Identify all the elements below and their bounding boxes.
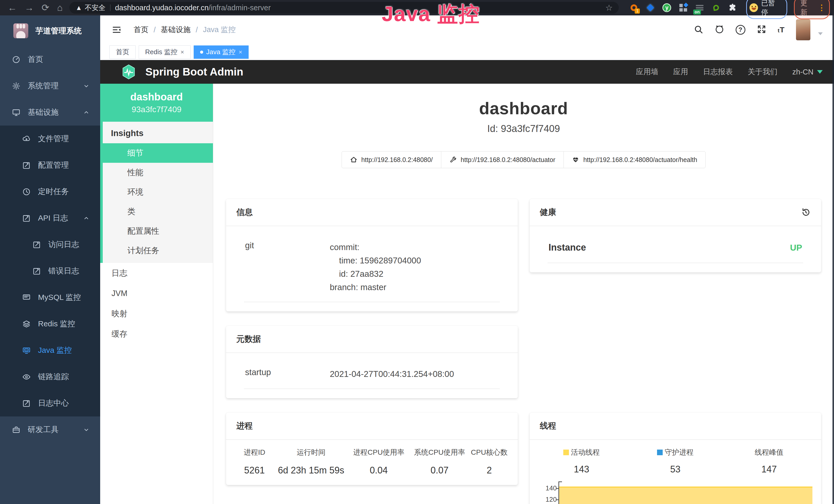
monitor-icon — [12, 108, 22, 117]
profile-paused-badge[interactable]: 已暂停 — [746, 0, 787, 19]
sidebar-item-redis-monitor[interactable]: Redis 监控 — [0, 311, 100, 337]
actuator-url-button[interactable]: http://192.168.0.2:48080/actuator — [441, 151, 564, 168]
process-col-label: 进程ID — [234, 448, 275, 457]
service-url-button[interactable]: http://192.168.0.2:48080/ — [342, 151, 441, 168]
page-url[interactable]: dashboard.yudao.iocoder.cn/infra/admin-s… — [115, 4, 271, 12]
threads-card: 线程 活动线程 143 守护进程 — [530, 413, 821, 504]
edit-icon — [22, 161, 32, 170]
bookmark-star-icon[interactable]: ☆ — [606, 3, 613, 13]
font-size-icon[interactable]: tT — [778, 25, 785, 34]
close-icon[interactable]: × — [180, 48, 184, 56]
sidebar-item-log-center[interactable]: 日志中心 — [0, 390, 100, 416]
breadcrumb-separator: / — [154, 26, 156, 34]
sidebar-item-trace[interactable]: 链路追踪 — [0, 364, 100, 390]
extension-leaf-icon[interactable] — [711, 3, 721, 13]
extensions-puzzle-icon[interactable] — [728, 3, 738, 13]
breadcrumb-home[interactable]: 首页 — [134, 25, 149, 35]
fullscreen-icon[interactable] — [757, 24, 766, 35]
browser-home-icon[interactable]: ⌂ — [57, 0, 63, 16]
extension-y-icon[interactable]: y — [662, 3, 672, 13]
health-url-button[interactable]: http://192.168.0.2:48080/actuator/health — [564, 151, 706, 168]
sidebar-item-error-logs[interactable]: 错误日志 — [0, 258, 100, 284]
chevron-down-icon — [83, 83, 89, 89]
extension-pin-icon[interactable] — [645, 3, 655, 13]
tab-java-monitor[interactable]: Java 监控 × — [194, 45, 249, 59]
extension-grid-icon[interactable] — [678, 3, 688, 13]
close-icon[interactable]: × — [239, 48, 242, 56]
app-logo[interactable]: 芋道管理系统 — [0, 16, 100, 46]
process-col-value: 0.04 — [347, 465, 411, 476]
address-bar[interactable]: ▲ 不安全 dashboard.yudao.iocoder.cn/infra/a… — [69, 2, 619, 14]
sba-item-environment[interactable]: 环境 — [103, 182, 213, 202]
sba-brand-title[interactable]: Spring Boot Admin — [146, 66, 243, 78]
sba-nav-wallboard[interactable]: 应用墙 — [636, 67, 658, 77]
breadcrumb-current: Java 监控 — [203, 25, 236, 35]
sidebar-item-infrastructure[interactable]: 基础设施 — [0, 99, 100, 125]
health-instance-row: Instance UP — [548, 233, 804, 263]
sidebar-item-api-logs[interactable]: API 日志 — [0, 205, 100, 231]
browser-back-icon[interactable]: ← — [8, 0, 17, 16]
sba-instance-header[interactable]: dashboard 93a3fc7f7409 — [100, 84, 213, 122]
annotation-java-monitor: Java 监控 — [382, 0, 480, 28]
user-avatar[interactable] — [796, 19, 810, 40]
log-edit-icon — [32, 240, 43, 249]
log-edit-icon — [22, 214, 32, 223]
tab-home[interactable]: 首页 — [109, 45, 136, 59]
layers-icon — [22, 320, 32, 328]
sba-item-details[interactable]: 细节 — [100, 143, 213, 163]
chevron-down-icon — [817, 70, 823, 74]
breadcrumb-infrastructure[interactable]: 基础设施 — [161, 25, 191, 35]
threads-card-body: 活动线程 143 守护进程 53 线程峰值 14 — [530, 440, 821, 504]
sba-item-caches[interactable]: 缓存 — [100, 324, 213, 344]
history-icon[interactable] — [800, 207, 811, 217]
not-secure-label[interactable]: 不安全 — [85, 3, 106, 12]
user-menu-caret-icon[interactable] — [818, 32, 823, 35]
sba-nav-journal[interactable]: 日志报表 — [703, 67, 733, 77]
sidebar-item-java-monitor[interactable]: Java 监控 — [0, 337, 100, 364]
sidebar-collapse-icon[interactable] — [111, 25, 122, 35]
browser-reload-icon[interactable]: ⟳ — [42, 0, 49, 16]
browser-forward-icon[interactable]: → — [25, 0, 34, 16]
sidebar-item-file-management[interactable]: 文件管理 — [0, 125, 100, 152]
sidebar-item-label: 研发工具 — [28, 425, 59, 435]
window-right-edge — [832, 16, 834, 504]
threads-chart: 140 120 100 — [535, 481, 816, 504]
help-icon[interactable]: ? — [736, 25, 745, 35]
sba-logo-icon[interactable] — [121, 64, 137, 80]
sidebar-item-label: 配置管理 — [38, 160, 69, 170]
sba-item-scheduled[interactable]: 计划任务 — [103, 241, 213, 260]
process-card-header: 进程 — [226, 413, 518, 440]
sidebar-item-dev-tools[interactable]: 研发工具 — [0, 416, 100, 443]
sba-item-logs[interactable]: 日志 — [100, 263, 213, 283]
sba-nav-about[interactable]: 关于我们 — [748, 67, 777, 77]
sba-item-mappings[interactable]: 映射 — [100, 303, 213, 324]
legend-daemon-threads: 守护进程 53 — [629, 448, 722, 475]
sba-nav: 应用墙 应用 日志报表 关于我们 zh-CN — [636, 67, 823, 77]
search-icon[interactable] — [694, 24, 703, 35]
sba-item-jvm[interactable]: JVM — [100, 283, 213, 303]
java-monitor-icon — [22, 346, 32, 355]
sidebar-item-mysql-monitor[interactable]: MySQL 监控 — [0, 284, 100, 311]
gauge-icon — [12, 55, 22, 64]
github-icon[interactable] — [715, 24, 724, 35]
sidebar-item-access-logs[interactable]: 访问日志 — [0, 231, 100, 258]
legend-value: 143 — [574, 464, 589, 475]
sidebar-item-scheduled-tasks[interactable]: 定时任务 — [0, 179, 100, 205]
cloud-upload-icon — [22, 135, 32, 143]
tab-redis-monitor[interactable]: Redis 监控 × — [139, 45, 191, 59]
extension-proxy-icon[interactable]: on — [695, 3, 705, 13]
sba-item-metrics[interactable]: 性能 — [103, 163, 213, 182]
health-card: 健康 Instance UP — [530, 199, 821, 272]
sidebar-item-home[interactable]: 首页 — [0, 46, 100, 73]
sba-item-classes[interactable]: 类 — [103, 202, 213, 221]
sba-locale-select[interactable]: zh-CN — [792, 68, 823, 76]
sba-nav-applications[interactable]: 应用 — [673, 67, 688, 77]
page-subtitle: Id: 93a3fc7f7409 — [226, 123, 821, 134]
browser-menu-icon[interactable]: ⋮ — [818, 4, 826, 12]
sidebar-item-system[interactable]: 系统管理 — [0, 73, 100, 99]
sba-item-config-props[interactable]: 配置属性 — [103, 221, 213, 241]
process-col-value: 0.07 — [411, 465, 468, 476]
browser-update-button[interactable]: 更新 ⋮ — [794, 0, 830, 19]
sidebar-item-config-management[interactable]: 配置管理 — [0, 152, 100, 179]
extension-colorzilla-icon[interactable]: 1 — [629, 3, 639, 13]
